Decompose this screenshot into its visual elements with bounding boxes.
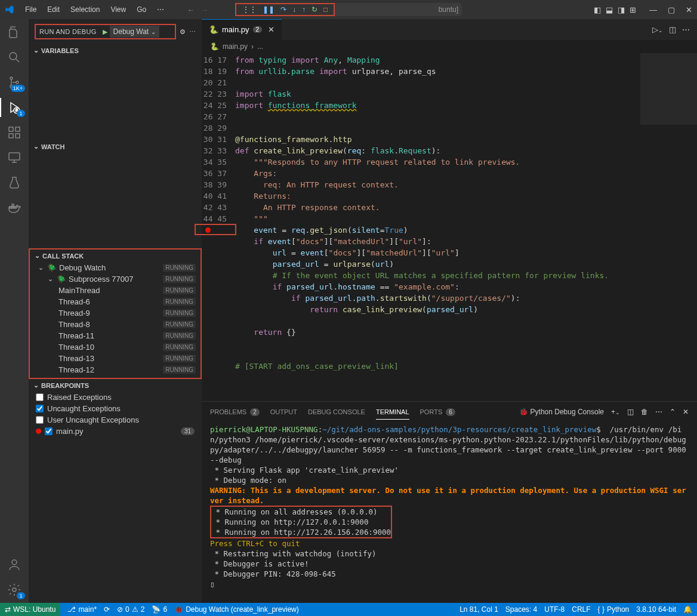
editor-more-icon[interactable]: ⋯ [682, 25, 690, 34]
menu-selection[interactable]: Selection [66, 3, 104, 16]
minimize-icon[interactable]: — [649, 5, 657, 14]
callstack-row[interactable]: Thread-11RUNNING [30, 330, 201, 341]
callstack-header[interactable]: ⌄CALL STACK [30, 250, 201, 262]
maximize-icon[interactable]: ▢ [668, 5, 675, 14]
python-file-icon: 🐍 [210, 42, 219, 51]
callstack-row[interactable]: Thread-10RUNNING [30, 341, 201, 353]
step-into-icon[interactable]: ↓ [292, 5, 296, 14]
step-over-icon[interactable]: ↷ [280, 5, 286, 14]
callstack-row[interactable]: Thread-6RUNNING [30, 296, 201, 307]
run-debug-title: RUN AND DEBUG [39, 28, 97, 35]
remote-indicator[interactable]: ⇄ WSL: Ubuntu [0, 603, 60, 616]
language-mode[interactable]: { } Python [598, 605, 630, 614]
close-window-icon[interactable]: ✕ [686, 5, 692, 14]
terminal-more-icon[interactable]: ⋯ [655, 408, 662, 416]
notifications-icon[interactable]: 🔔 [683, 605, 692, 614]
git-branch[interactable]: ⎇ main* [67, 605, 97, 614]
debug-config-dropdown[interactable]: Debug Wat⌄ [110, 26, 160, 38]
watch-header[interactable]: ⌄WATCH [29, 140, 202, 153]
maximize-panel-icon[interactable]: ⌃ [670, 408, 676, 416]
breakpoint-marker-icon[interactable] [205, 227, 211, 233]
terminal-body[interactable]: pierrick@LAPTOP-HKU5PNNG:~/git/add-ons-s… [202, 422, 697, 604]
problems-indicator[interactable]: ⊘ 0 ⚠ 2 [117, 605, 144, 614]
debug-indicator[interactable]: 🐞 Debug Watch (create_link_preview) [174, 605, 299, 614]
start-debug-icon[interactable]: ▶ [103, 28, 107, 36]
code-content[interactable]: from typing import Any, Mapping from url… [235, 53, 640, 401]
account-icon[interactable] [7, 558, 21, 572]
editor-body[interactable]: 16 17 18 19 20 21 22 23 24 25 26 27 28 2… [202, 53, 697, 401]
tab-problems[interactable]: PROBLEMS2 [210, 405, 260, 420]
remote-explorer-icon[interactable] [7, 150, 21, 165]
vscode-logo-icon [5, 5, 14, 14]
sync-icon[interactable]: ⟳ [104, 605, 110, 614]
encoding[interactable]: UTF-8 [544, 605, 565, 614]
tab-terminal[interactable]: TERMINAL [376, 405, 409, 420]
svg-point-3 [16, 81, 18, 84]
breakpoints-list: Raised Exceptions Uncaught Exceptions Us… [29, 392, 202, 437]
split-terminal-icon[interactable]: ◫ [627, 408, 634, 416]
bp-uncaught[interactable]: Uncaught Exceptions [29, 403, 202, 414]
stop-icon[interactable]: □ [323, 5, 328, 14]
menu-go[interactable]: Go [132, 3, 151, 16]
cursor-position[interactable]: Ln 81, Col 1 [459, 605, 498, 614]
scm-badge: 1K+ [11, 85, 25, 92]
callstack-row[interactable]: ⌄🪲Debug WatchRUNNING [30, 262, 201, 273]
split-editor-icon[interactable]: ◫ [669, 25, 676, 34]
python-version[interactable]: 3.8.10 64-bit [636, 605, 676, 614]
menu-file[interactable]: File [20, 3, 41, 16]
panel-bottom-icon[interactable]: ⬓ [606, 5, 613, 14]
callstack-row[interactable]: MainThreadRUNNING [30, 285, 201, 296]
debug-settings-gear-icon[interactable]: ⚙ [180, 28, 186, 36]
nav-forward-icon[interactable]: → [201, 5, 208, 14]
layout-grid-icon[interactable]: ⊞ [630, 5, 636, 14]
indentation[interactable]: Spaces: 4 [505, 605, 537, 614]
run-play-icon[interactable]: ▷⌄ [652, 25, 663, 34]
callstack-row[interactable]: Thread-13RUNNING [30, 353, 201, 364]
tab-ports[interactable]: PORTS6 [420, 405, 455, 420]
kill-terminal-icon[interactable]: 🗑 [641, 408, 648, 416]
minimap-slider[interactable] [640, 53, 697, 125]
menu-more[interactable]: ⋯ [152, 3, 169, 16]
tab-output[interactable]: OUTPUT [270, 405, 297, 419]
explorer-icon[interactable] [7, 25, 21, 39]
nav-back-icon[interactable]: ← [187, 5, 195, 14]
tab-close-icon[interactable]: ✕ [268, 25, 275, 34]
debug-profile-icon[interactable]: 🐞 Python Debug Console [519, 408, 604, 416]
line-gutter[interactable]: 16 17 18 19 20 21 22 23 24 25 26 27 28 2… [202, 53, 235, 401]
layout-controls: ◧ ⬓ ◨ ⊞ [594, 5, 636, 14]
extensions-icon[interactable] [7, 125, 21, 140]
bp-file[interactable]: main.py31 [29, 426, 202, 437]
breadcrumb[interactable]: 🐍 main.py › ... [202, 40, 697, 53]
bp-raised[interactable]: Raised Exceptions [29, 392, 202, 403]
new-terminal-icon[interactable]: +⌄ [611, 408, 620, 416]
tab-main-py[interactable]: 🐍 main.py 2 ✕ [202, 19, 282, 40]
tab-debug-console[interactable]: DEBUG CONSOLE [308, 405, 365, 419]
pause-icon[interactable]: ❚❚ [263, 5, 275, 14]
drag-grip-icon[interactable]: ⋮⋮ [242, 5, 257, 14]
step-out-icon[interactable]: ↑ [302, 5, 306, 14]
restart-icon[interactable]: ↻ [312, 5, 317, 14]
debug-more-icon[interactable]: ⋯ [189, 28, 196, 36]
callstack-row[interactable]: Thread-8RUNNING [30, 319, 201, 330]
variables-header[interactable]: ⌄VARIABLES [29, 44, 202, 57]
callstack-row[interactable]: ⌄🪲Subprocess 77007RUNNING [30, 273, 201, 285]
breakpoints-header[interactable]: ⌄BREAKPOINTS [29, 379, 202, 392]
docker-icon[interactable] [7, 201, 21, 215]
minimap[interactable] [640, 53, 697, 401]
testing-icon[interactable] [7, 175, 21, 190]
close-panel-icon[interactable]: ✕ [683, 408, 689, 416]
run-debug-icon[interactable]: 1 [7, 100, 21, 115]
bp-user-uncaught[interactable]: User Uncaught Exceptions [29, 414, 202, 426]
source-control-icon[interactable]: 1K+ [7, 75, 21, 90]
menu-edit[interactable]: Edit [42, 3, 64, 16]
ports-indicator[interactable]: 📡 6 [152, 605, 167, 614]
menu-view[interactable]: View [106, 3, 131, 16]
panel-right-icon[interactable]: ◨ [618, 5, 625, 14]
callstack-row[interactable]: Thread-9RUNNING [30, 307, 201, 319]
eol[interactable]: CRLF [572, 605, 590, 614]
search-icon[interactable] [7, 50, 21, 64]
command-center[interactable]: ⋮⋮ ❚❚ ↷ ↓ ↑ ↻ □ buntu] [235, 3, 462, 16]
panel-left-icon[interactable]: ◧ [594, 5, 601, 14]
callstack-row[interactable]: Thread-12RUNNING [30, 364, 201, 375]
settings-gear-icon[interactable]: 1 [7, 583, 21, 597]
